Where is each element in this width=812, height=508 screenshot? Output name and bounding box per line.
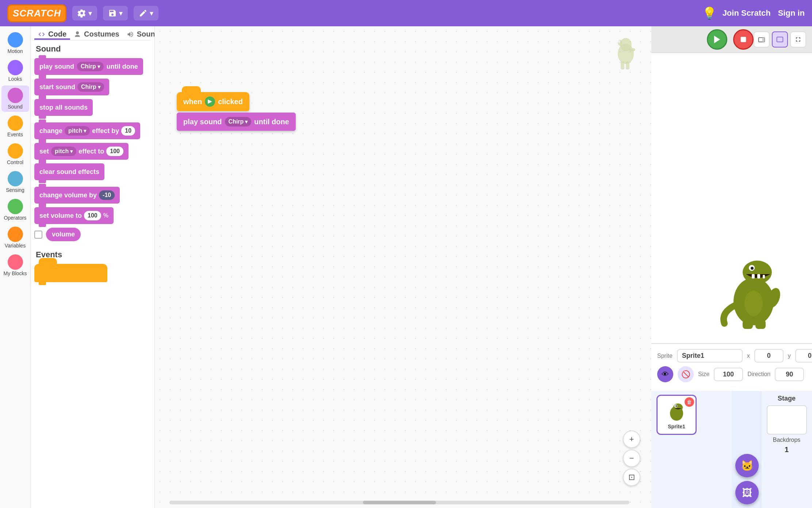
tab-sounds[interactable]: Sounds bbox=[123, 30, 155, 40]
tab-code[interactable]: Code bbox=[34, 30, 70, 40]
horizontal-scrollbar[interactable] bbox=[169, 501, 629, 504]
sidebar-item-variables[interactable]: Variables bbox=[1, 224, 29, 251]
tutorials-button[interactable]: 💡 bbox=[702, 6, 717, 20]
pitch-dropdown-2[interactable]: pitch bbox=[51, 147, 76, 156]
sprite-delete-button[interactable]: 🗑 bbox=[685, 397, 694, 407]
svg-rect-2 bbox=[629, 48, 635, 51]
tab-costumes[interactable]: Costumes bbox=[70, 30, 123, 40]
small-stage-button[interactable] bbox=[754, 31, 770, 48]
events-hat-block[interactable] bbox=[34, 264, 107, 282]
volume-reporter[interactable]: volume bbox=[46, 228, 81, 241]
settings-button[interactable]: ▾ bbox=[72, 6, 97, 20]
operators-dot bbox=[8, 199, 23, 214]
sidebar-item-motion[interactable]: Motion bbox=[1, 30, 29, 56]
volume-checkbox[interactable] bbox=[34, 231, 42, 239]
canvas-play-post: until done bbox=[254, 118, 289, 126]
sidebar-item-operators[interactable]: Operators bbox=[1, 197, 29, 223]
hat-bump bbox=[39, 258, 57, 265]
large-stage-button[interactable] bbox=[772, 31, 788, 48]
fullscreen-button[interactable] bbox=[790, 31, 806, 48]
green-flag-button[interactable] bbox=[707, 29, 727, 50]
events-block-area bbox=[34, 264, 151, 284]
direction-input[interactable]: 90 bbox=[775, 368, 804, 381]
stage-thumbnail[interactable] bbox=[767, 405, 807, 435]
block-volume-reporter[interactable]: volume bbox=[34, 228, 151, 241]
canvas-sound-block[interactable]: play sound Chirp until done bbox=[177, 113, 296, 131]
block-play-sound[interactable]: play sound Chirp until done bbox=[34, 58, 151, 75]
hide-sprite-button[interactable]: 🚫 bbox=[678, 366, 694, 382]
sidebar-item-sensing[interactable]: Sensing bbox=[1, 169, 29, 195]
save-button[interactable]: ▾ bbox=[103, 6, 128, 20]
play-sound-block[interactable]: play sound Chirp until done bbox=[34, 58, 143, 75]
direction-label: Direction bbox=[747, 371, 770, 378]
view-toggle-group bbox=[754, 31, 806, 48]
zoom-in-button[interactable]: + bbox=[623, 431, 640, 448]
edit-button[interactable]: ▾ bbox=[134, 6, 158, 20]
block-set-volume[interactable]: set volume to 100 % bbox=[34, 207, 151, 224]
block-set-pitch[interactable]: set pitch effect to 100 bbox=[34, 143, 151, 160]
block-stop-sounds[interactable]: stop all sounds bbox=[34, 99, 151, 116]
sidebar-item-sound[interactable]: Sound bbox=[1, 86, 29, 112]
set-pitch-block[interactable]: set pitch effect to 100 bbox=[34, 143, 129, 160]
y-value-input[interactable]: 0 bbox=[795, 349, 812, 363]
scrollbar-thumb[interactable] bbox=[363, 501, 436, 504]
show-sprite-button[interactable]: 👁 bbox=[657, 366, 673, 382]
backdrops-label: Backdrops bbox=[773, 437, 801, 443]
svg-rect-11 bbox=[762, 38, 765, 42]
sprite-name-input[interactable]: Sprite1 bbox=[677, 349, 743, 363]
canvas-hat-block-wrapper[interactable]: when clicked bbox=[177, 92, 249, 111]
clear-effects-block[interactable]: clear sound effects bbox=[34, 163, 104, 180]
sign-in-link[interactable]: Sign in bbox=[778, 8, 805, 18]
canvas-sound-block-wrapper[interactable]: play sound Chirp until done bbox=[177, 112, 296, 131]
sidebar-item-control[interactable]: Control bbox=[1, 141, 29, 167]
script-area[interactable]: when clicked play sound Chirp until done bbox=[155, 26, 651, 508]
zoom-out-button[interactable]: − bbox=[623, 450, 640, 467]
backdrops-count: 1 bbox=[785, 446, 789, 454]
events-dot bbox=[8, 115, 23, 131]
block-change-volume[interactable]: change volume by -10 bbox=[34, 187, 151, 204]
pitch-value-2[interactable]: 100 bbox=[106, 147, 123, 156]
sprite1-name: Sprite1 bbox=[668, 424, 685, 429]
sidebar-item-myblocks[interactable]: My Blocks bbox=[1, 252, 29, 278]
start-sound-block[interactable]: start sound Chirp bbox=[34, 79, 109, 95]
operators-label: Operators bbox=[4, 215, 26, 221]
chirp-dropdown-1[interactable]: Chirp bbox=[77, 62, 104, 71]
zoom-fit-button[interactable]: ⊡ bbox=[623, 469, 640, 486]
chirp-dropdown-2[interactable]: Chirp bbox=[77, 82, 104, 92]
sprite-thumb-sprite1[interactable]: 🗑 Sprite1 bbox=[656, 395, 697, 435]
myblocks-label: My Blocks bbox=[4, 270, 27, 276]
sprite-name-row: Sprite Sprite1 x 0 y 0 bbox=[657, 349, 806, 363]
stage-header bbox=[651, 26, 812, 53]
dino-small-decoration bbox=[608, 34, 637, 72]
control-label: Control bbox=[7, 159, 23, 165]
canvas-chirp-dropdown[interactable]: Chirp bbox=[225, 117, 252, 126]
canvas-hat-block[interactable]: when clicked bbox=[177, 92, 249, 111]
percent-sign: % bbox=[103, 212, 108, 219]
change-volume-block[interactable]: change volume by -10 bbox=[34, 187, 120, 204]
add-backdrop-button[interactable]: 🖼 bbox=[735, 481, 759, 504]
block-clear-effects[interactable]: clear sound effects bbox=[34, 163, 151, 180]
svg-point-5 bbox=[618, 40, 622, 46]
svg-rect-3 bbox=[621, 61, 624, 69]
volume-change-value[interactable]: -10 bbox=[99, 190, 115, 200]
x-value-input[interactable]: 0 bbox=[754, 349, 784, 363]
stage-run-controls bbox=[707, 29, 754, 50]
pitch-value[interactable]: 10 bbox=[121, 126, 135, 136]
pitch-dropdown-1[interactable]: pitch bbox=[65, 126, 90, 136]
set-text: set bbox=[39, 148, 49, 155]
svg-point-15 bbox=[743, 261, 772, 284]
add-sprite-button[interactable]: 🐱 bbox=[735, 454, 759, 477]
size-input[interactable]: 100 bbox=[714, 368, 743, 381]
volume-value[interactable]: 100 bbox=[84, 211, 101, 220]
change-pitch-block[interactable]: change pitch effect by 10 bbox=[34, 122, 140, 139]
stop-sounds-block[interactable]: stop all sounds bbox=[34, 99, 93, 116]
set-volume-block[interactable]: set volume to 100 % bbox=[34, 207, 114, 224]
sidebar-item-events[interactable]: Events bbox=[1, 113, 29, 140]
svg-point-20 bbox=[751, 267, 754, 270]
stop-button[interactable] bbox=[733, 29, 754, 50]
scratch-logo[interactable]: SCRATCH bbox=[7, 4, 66, 22]
sidebar-item-looks[interactable]: Looks bbox=[1, 58, 29, 84]
block-change-pitch[interactable]: change pitch effect by 10 bbox=[34, 122, 151, 139]
join-scratch-link[interactable]: Join Scratch bbox=[723, 8, 771, 18]
block-start-sound[interactable]: start sound Chirp bbox=[34, 79, 151, 95]
